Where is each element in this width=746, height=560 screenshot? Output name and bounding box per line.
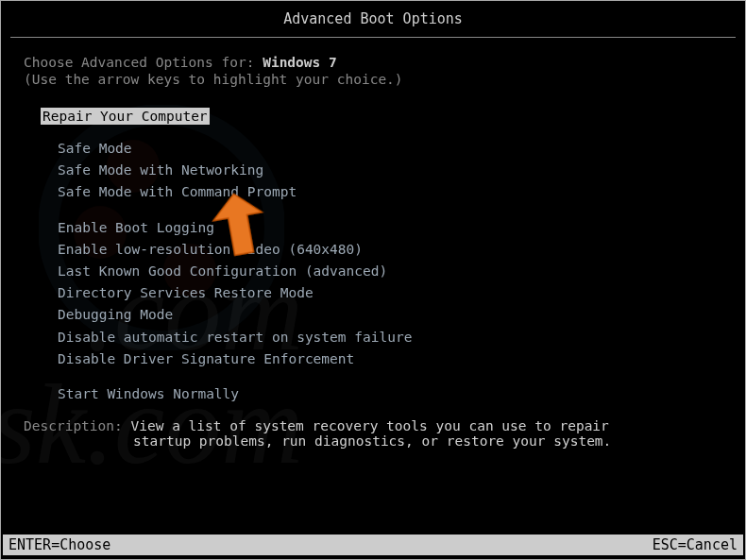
intro-line: Choose Advanced Options for: Windows 7 — [24, 55, 722, 70]
option-safe-mode[interactable]: Safe Mode — [58, 138, 722, 160]
option-disable-auto-restart[interactable]: Disable automatic restart on system fail… — [58, 327, 722, 348]
footer-enter-hint: ENTER=Choose — [8, 536, 110, 553]
page-title: Advanced Boot Options — [10, 1, 736, 38]
footer-bar: ENTER=Choose ESC=Cancel — [3, 535, 743, 555]
description-label: Description: — [24, 418, 131, 433]
option-repair-your-computer-selected[interactable]: Repair Your Computer — [41, 108, 210, 125]
option-start-windally[interactable]: Start Windows Normally — [58, 383, 722, 405]
description-text-line2: startup problems, run diagnostics, or re… — [133, 433, 722, 449]
option-directory-services-restore[interactable]: Directory Services Restore Mode — [58, 282, 722, 304]
intro-prefix: Choose Advanced Options for: — [24, 55, 263, 70]
hint-line: (Use the arrow keys to highlight your ch… — [24, 72, 722, 87]
option-debugging-mode[interactable]: Debugging Mode — [58, 304, 722, 326]
option-safe-mode-command-prompt[interactable]: Safe Mode with Command Prompt — [58, 181, 722, 203]
option-safe-mode-networking[interactable]: Safe Mode with Networking — [58, 160, 722, 181]
option-enable-low-res-video[interactable]: Enable low-resolution video (640x480) — [58, 239, 722, 261]
description-block: Description: View a list of system recov… — [24, 418, 722, 449]
footer-esc-hint: ESC=Cancel — [653, 536, 738, 553]
option-last-known-good-config[interactable]: Last Known Good Configuration (advanced) — [58, 261, 722, 282]
os-name: Windows 7 — [263, 55, 337, 70]
description-text-line1: View a list of system recovery tools you… — [131, 418, 609, 433]
option-group-advanced: Enable Boot Logging Enable low-resolutio… — [58, 217, 722, 370]
option-enable-boot-logging[interactable]: Enable Boot Logging — [58, 217, 722, 239]
option-group-normal: Start Windows Normally — [58, 383, 722, 405]
option-disable-driver-signature[interactable]: Disable Driver Signature Enforcement — [58, 348, 722, 370]
option-group-safe-mode: Safe Mode Safe Mode with Networking Safe… — [58, 138, 722, 204]
